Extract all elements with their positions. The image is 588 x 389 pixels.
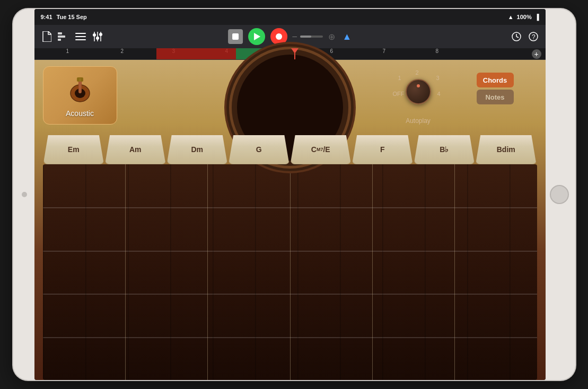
transport-controls: ─ ⊕ ▲ [228,28,352,45]
volume-icon: ─ [293,33,297,40]
svg-point-9 [93,33,96,37]
svg-rect-0 [58,32,62,34]
svg-text:?: ? [532,33,536,41]
help-icon[interactable]: ? [528,31,539,42]
svg-rect-4 [75,36,86,37]
guitar-icon [64,73,96,105]
toolbar-right: ? [511,31,539,42]
wifi-icon: ▲ [508,14,514,20]
status-bar: 9:41 Tue 15 Sep ▲ 100% ▐ [34,9,546,25]
status-left: 9:41 Tue 15 Sep [41,14,87,20]
acoustic-card[interactable]: Acoustic [43,66,117,125]
acoustic-label: Acoustic [66,109,94,118]
tracks-icon[interactable] [58,31,69,42]
chord-key-cm7e[interactable]: CM7/E [291,135,352,164]
svg-rect-1 [58,36,65,38]
ruler-mark-2: 2 [121,48,124,54]
autoplay-1-label: 1 [398,75,401,81]
clock-icon[interactable] [511,31,522,42]
mixer-icon[interactable] [92,31,103,42]
home-button[interactable] [550,185,569,204]
autoplay-off-label: OFF [393,91,405,97]
autoplay-4-label: 4 [437,91,440,97]
svg-rect-3 [75,33,86,34]
chord-key-am[interactable]: Am [105,135,166,164]
status-right: ▲ 100% ▐ [508,14,539,20]
ruler-mark-6: 6 [330,48,334,54]
screen: 9:41 Tue 15 Sep ▲ 100% ▐ [34,9,546,380]
chord-key-em[interactable]: Em [43,135,104,164]
wood-grain [43,164,537,380]
ruler-mark-7: 7 [383,48,386,54]
notes-button[interactable]: Notes [477,90,514,104]
svg-line-14 [516,37,519,38]
play-button[interactable] [248,28,265,45]
status-time: 9:41 [41,14,52,20]
chord-key-dm[interactable]: Dm [167,135,228,164]
chords-notes: Chords Notes [477,73,514,104]
record-icon [276,33,282,40]
chords-button[interactable]: Chords [477,73,514,87]
autoplay-knob[interactable] [406,79,431,104]
battery-icon: ▐ [535,14,539,20]
timeline-red-region [156,48,236,59]
autoplay-knob-area: OFF 1 2 3 4 [397,70,440,113]
toolbar: ─ ⊕ ▲ ? [34,25,546,48]
svg-rect-2 [58,39,61,41]
svg-rect-5 [75,39,86,40]
stop-icon [232,33,239,40]
record-button[interactable] [270,28,287,45]
fretboard[interactable] [43,164,537,380]
playhead-marker [291,48,299,54]
ipad-frame: 9:41 Tue 15 Sep ▲ 100% ▐ [13,9,575,380]
volume-slider[interactable] [300,36,322,38]
metronome-icon[interactable]: ▲ [343,31,352,42]
eq-icon[interactable]: ⊕ [328,32,335,42]
svg-point-10 [96,37,99,40]
chord-key-bdim[interactable]: Bdim [476,135,537,164]
volume-control: ─ ⊕ [293,32,335,42]
chord-key-bb[interactable]: B♭ [414,135,475,164]
svg-point-11 [99,33,102,36]
autoplay-3-label: 3 [436,75,439,81]
autoplay-label: Autoplay [406,117,431,125]
ruler-mark-1: 1 [66,48,69,54]
main-content: Acoustic OFF 1 2 3 4 Autoplay [34,60,546,380]
instrument-panel: Acoustic OFF 1 2 3 4 Autoplay [34,60,546,131]
autoplay-control: OFF 1 2 3 4 Autoplay [397,70,440,125]
status-date: Tue 15 Sep [57,14,87,20]
chord-buttons-row: Em Am Dm G CM7/E F B♭ Bdim [34,135,546,164]
ruler-mark-8: 8 [436,48,439,54]
autoplay-2-label: 2 [416,69,419,76]
chord-key-f[interactable]: F [352,135,413,164]
chord-key-g[interactable]: G [229,135,289,164]
camera [22,192,27,197]
menu-icon[interactable] [75,31,86,42]
play-icon [254,33,260,40]
playhead[interactable] [294,48,295,59]
file-icon[interactable] [41,31,52,42]
stop-button[interactable] [228,29,243,44]
add-track-button[interactable]: + [532,49,541,59]
battery-status: 100% [517,14,532,20]
